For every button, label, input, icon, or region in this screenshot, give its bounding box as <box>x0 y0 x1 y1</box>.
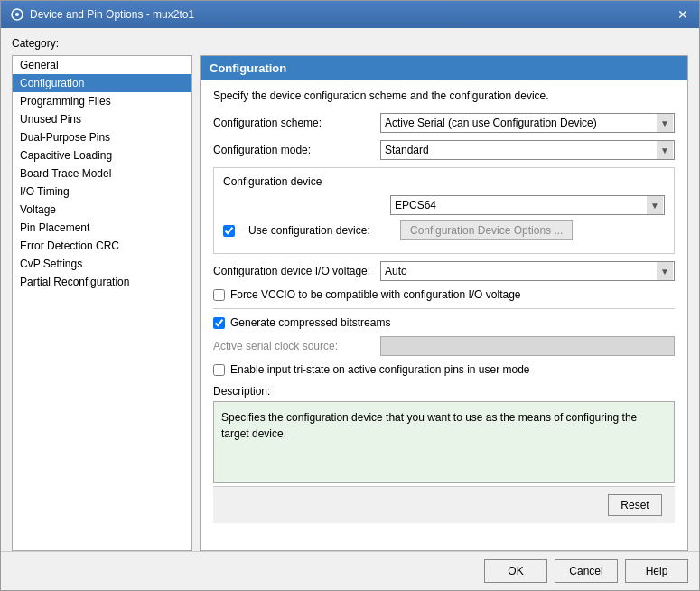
sidebar-item-configuration[interactable]: Configuration <box>13 74 191 92</box>
config-scheme-label: Configuration scheme: <box>213 117 380 129</box>
right-panel: Configuration Specify the device configu… <box>200 55 688 551</box>
active-serial-clock-row: Active serial clock source: <box>213 336 675 356</box>
sidebar-item-programming-files[interactable]: Programming Files <box>13 92 191 110</box>
description-box: Specifies the configuration device that … <box>213 401 675 483</box>
active-serial-clock-field <box>380 336 675 356</box>
reset-button[interactable]: Reset <box>608 494 662 516</box>
bottom-right: Reset <box>608 494 662 516</box>
ok-button[interactable]: OK <box>484 559 547 583</box>
svg-point-1 <box>15 13 19 16</box>
divider <box>213 308 675 309</box>
dialog-window: Device and Pin Options - mux2to1 ✕ Categ… <box>0 0 700 591</box>
enable-input-tristate-checkbox[interactable] <box>213 364 225 376</box>
active-serial-clock-label: Active serial clock source: <box>213 340 380 352</box>
config-device-io-voltage-label: Configuration device I/O voltage: <box>213 265 380 277</box>
enable-input-tristate-label: Enable input tri-state on active configu… <box>230 363 530 376</box>
title-text: Device and Pin Options - mux2to1 <box>30 8 194 21</box>
config-mode-row: Configuration mode: Standard Fast ▼ <box>213 140 675 160</box>
epcs-select[interactable]: EPCS64 EPCS16 EPCS128 <box>390 195 665 215</box>
cancel-button[interactable]: Cancel <box>555 559 618 583</box>
sidebar-item-pin-placement[interactable]: Pin Placement <box>13 219 191 237</box>
sidebar-item-partial-reconfiguration[interactable]: Partial Reconfiguration <box>13 273 191 291</box>
config-mode-label: Configuration mode: <box>213 144 380 156</box>
title-bar-left: Device and Pin Options - mux2to1 <box>10 7 194 22</box>
dialog-body: Category: General Configuration Programm… <box>1 28 699 551</box>
use-config-device-checkbox[interactable] <box>223 225 235 237</box>
sidebar-item-error-detection-crc[interactable]: Error Detection CRC <box>13 237 191 255</box>
generate-compressed-checkbox[interactable] <box>213 317 225 329</box>
epcs-wrapper: EPCS64 EPCS16 EPCS128 ▼ <box>390 195 665 215</box>
use-config-device-row: Use configuration device: Configuration … <box>223 220 665 240</box>
dialog-footer: OK Cancel Help <box>1 551 699 590</box>
sidebar-item-cvp-settings[interactable]: CvP Settings <box>13 255 191 273</box>
force-vccio-row: Force VCCIO to be compatible with config… <box>213 288 675 301</box>
config-mode-select[interactable]: Standard Fast <box>380 140 675 160</box>
config-device-options-button[interactable]: Configuration Device Options ... <box>400 220 573 240</box>
dialog-icon <box>10 7 24 22</box>
config-scheme-select[interactable]: Active Serial (can use Configuration Dev… <box>380 113 675 133</box>
config-device-io-voltage-wrapper: Auto 1.8V 2.5V 3.3V ▼ <box>380 261 675 281</box>
enable-tristate-row: Enable input tri-state on active configu… <box>213 363 675 376</box>
sidebar: General Configuration Programming Files … <box>12 55 192 551</box>
config-device-title: Configuration device <box>223 175 665 188</box>
config-device-io-voltage-row: Configuration device I/O voltage: Auto 1… <box>213 261 675 281</box>
category-label: Category: <box>12 37 688 50</box>
sidebar-item-board-trace-model[interactable]: Board Trace Model <box>13 164 191 183</box>
epcs-row: EPCS64 EPCS16 EPCS128 ▼ <box>223 195 665 215</box>
help-button[interactable]: Help <box>625 559 688 583</box>
config-scheme-row: Configuration scheme: Active Serial (can… <box>213 113 675 133</box>
close-button[interactable]: ✕ <box>676 7 690 22</box>
force-vccio-label: Force VCCIO to be compatible with config… <box>230 288 521 301</box>
sidebar-item-capacitive-loading[interactable]: Capacitive Loading <box>13 146 191 164</box>
sidebar-item-unused-pins[interactable]: Unused Pins <box>13 110 191 128</box>
use-config-device-label: Use configuration device: <box>248 224 393 237</box>
generate-compressed-label: Generate compressed bitstreams <box>230 316 390 329</box>
sidebar-item-general[interactable]: General <box>13 56 191 74</box>
bottom-bar: Reset <box>213 486 675 523</box>
sidebar-item-io-timing[interactable]: I/O Timing <box>13 183 191 201</box>
main-content: General Configuration Programming Files … <box>12 55 688 551</box>
description-section: Description: Specifies the configuration… <box>213 385 675 483</box>
force-vccio-checkbox[interactable] <box>213 289 225 301</box>
description-label: Description: <box>213 385 675 398</box>
config-device-io-voltage-select[interactable]: Auto 1.8V 2.5V 3.3V <box>380 261 675 281</box>
config-scheme-wrapper: Active Serial (can use Configuration Dev… <box>380 113 675 133</box>
sidebar-item-voltage[interactable]: Voltage <box>13 201 191 219</box>
panel-body: Specify the device configuration scheme … <box>201 80 687 550</box>
panel-header: Configuration <box>201 56 687 80</box>
panel-intro: Specify the device configuration scheme … <box>213 89 675 102</box>
title-bar: Device and Pin Options - mux2to1 ✕ <box>1 1 699 28</box>
config-mode-wrapper: Standard Fast ▼ <box>380 140 675 160</box>
generate-compressed-row: Generate compressed bitstreams <box>213 316 675 329</box>
config-device-section: Configuration device EPCS64 EPCS16 EPCS1… <box>213 167 675 254</box>
sidebar-item-dual-purpose-pins[interactable]: Dual-Purpose Pins <box>13 128 191 146</box>
